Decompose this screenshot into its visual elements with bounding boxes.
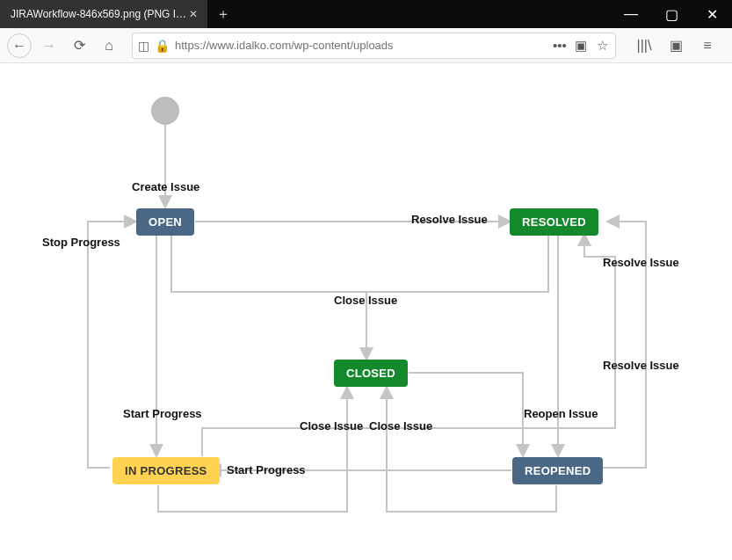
sidebar-icon[interactable]: ▣ bbox=[663, 33, 688, 58]
shield-icon[interactable]: ◫ bbox=[138, 39, 149, 53]
flow-svg bbox=[0, 63, 732, 560]
close-window-button[interactable]: ✕ bbox=[692, 0, 732, 28]
bookmark-star-icon[interactable]: ☆ bbox=[594, 38, 610, 54]
tab-title: JIRAWorkflow-846x569.png (PNG I… bbox=[11, 8, 186, 20]
edge-start-progress-2: Start Progress bbox=[227, 463, 306, 476]
edge-close-issue-3: Close Issue bbox=[369, 419, 432, 433]
new-tab-button[interactable]: ＋ bbox=[207, 0, 239, 28]
menu-icon[interactable]: ≡ bbox=[695, 33, 720, 58]
edge-close-issue: Close Issue bbox=[334, 294, 397, 307]
edge-start-progress: Start Progress bbox=[123, 407, 202, 420]
reload-button[interactable]: ⟳ bbox=[67, 33, 91, 58]
back-button[interactable]: ← bbox=[7, 33, 32, 58]
edge-stop-progress: Stop Progress bbox=[42, 236, 120, 249]
reader-mode-icon[interactable]: ▣ bbox=[573, 38, 589, 54]
node-open: OPEN bbox=[136, 208, 194, 236]
forward-button[interactable]: → bbox=[37, 33, 62, 58]
browser-toolbar: ← → ⟳ ⌂ ◫ 🔒 https://www.idalko.com/wp-co… bbox=[0, 28, 732, 63]
node-resolved: RESOLVED bbox=[510, 208, 598, 236]
minimize-button[interactable]: — bbox=[611, 0, 651, 28]
edge-reopen-issue: Reopen Issue bbox=[524, 407, 598, 420]
window-controls: — ▢ ✕ bbox=[611, 0, 732, 28]
library-icon[interactable]: |||\ bbox=[632, 33, 656, 58]
home-button[interactable]: ⌂ bbox=[97, 33, 121, 58]
edge-create-issue: Create Issue bbox=[132, 180, 199, 193]
edge-resolve-issue-2: Resolve Issue bbox=[603, 256, 679, 269]
page-actions-icon[interactable]: ••• bbox=[552, 38, 568, 53]
start-node bbox=[151, 97, 179, 125]
close-tab-icon[interactable]: ✕ bbox=[186, 8, 200, 20]
node-closed: CLOSED bbox=[334, 360, 408, 387]
window-titlebar: JIRAWorkflow-846x569.png (PNG I… ✕ ＋ — ▢… bbox=[0, 0, 732, 28]
workflow-diagram: OPEN RESOLVED CLOSED IN PROGRESS REOPENE… bbox=[0, 63, 732, 560]
edge-resolve-issue-3: Resolve Issue bbox=[603, 359, 679, 372]
edge-close-issue-2: Close Issue bbox=[300, 419, 363, 433]
maximize-button[interactable]: ▢ bbox=[651, 0, 692, 28]
edge-resolve-issue: Resolve Issue bbox=[411, 213, 488, 226]
browser-tab[interactable]: JIRAWorkflow-846x569.png (PNG I… ✕ bbox=[0, 0, 207, 28]
url-text: https://www.idalko.com/wp-content/upload… bbox=[175, 39, 547, 52]
node-in-progress: IN PROGRESS bbox=[112, 457, 220, 484]
address-bar[interactable]: ◫ 🔒 https://www.idalko.com/wp-content/up… bbox=[132, 33, 616, 59]
lock-icon[interactable]: 🔒 bbox=[155, 39, 170, 53]
node-reopened: REOPENED bbox=[512, 457, 603, 484]
